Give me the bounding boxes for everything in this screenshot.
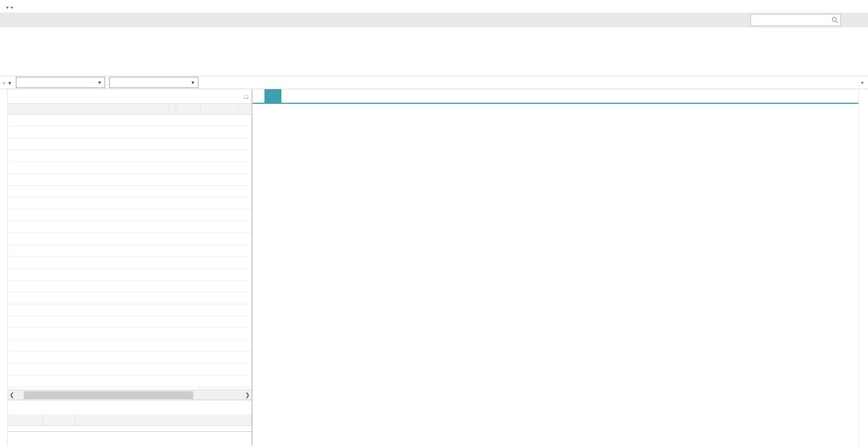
chevron-down-icon: ▼	[97, 80, 102, 85]
resource-bar	[0, 89, 8, 446]
scrollbar-track[interactable]	[16, 391, 244, 399]
title-bar: ▾ ▾	[0, 0, 868, 12]
window-menu[interactable]: ▾ ▾	[6, 2, 13, 11]
selection-filter-dropdown[interactable]: ▼	[16, 77, 105, 88]
view-triad	[263, 397, 293, 429]
search-icon	[831, 16, 839, 24]
tab-fem-model[interactable]	[264, 89, 281, 103]
selection-scope-dropdown[interactable]: ▼	[109, 77, 198, 88]
graphics-window	[253, 89, 858, 446]
scroll-right-arrow[interactable]: ❯	[244, 392, 251, 398]
view-tab-bar	[253, 89, 858, 103]
menu-dropdown[interactable]: ≡ ▼	[3, 78, 12, 86]
panel-maximize-icon[interactable]: □	[244, 93, 248, 100]
chevron-down-icon: ▾	[11, 5, 13, 10]
ribbon-tab-bar	[0, 12, 868, 28]
search-input[interactable]	[754, 16, 831, 24]
chevron-down-icon: ▼	[7, 81, 12, 86]
preview-header[interactable]	[8, 431, 251, 446]
file-view-column-header[interactable]	[8, 414, 251, 426]
navigator-column-header[interactable]	[8, 103, 251, 115]
simulation-file-view-header[interactable]	[8, 400, 251, 414]
tab-welcome-page[interactable]	[253, 89, 264, 103]
selection-toolbar: ≡ ▼ ▼ ▼ ▾	[0, 76, 868, 89]
toolbar-overflow-caret[interactable]: ▾	[861, 80, 865, 85]
chevron-down-icon: ▾	[6, 5, 8, 10]
chevron-down-icon: ▼	[190, 80, 195, 85]
ribbon	[0, 28, 868, 76]
navigator-empty-area	[8, 115, 251, 390]
scroll-left-arrow[interactable]: ❮	[8, 392, 16, 398]
fem-mesh-model	[253, 104, 857, 446]
horizontal-scrollbar[interactable]: ❮ ❯	[8, 390, 251, 400]
model-canvas[interactable]	[253, 104, 858, 446]
simulation-navigator-panel: □ ❮ ❯	[8, 89, 253, 446]
scrollbar-thumb[interactable]	[24, 391, 193, 399]
view-toolbar-strip	[858, 89, 868, 446]
command-search-box[interactable]	[750, 14, 841, 26]
